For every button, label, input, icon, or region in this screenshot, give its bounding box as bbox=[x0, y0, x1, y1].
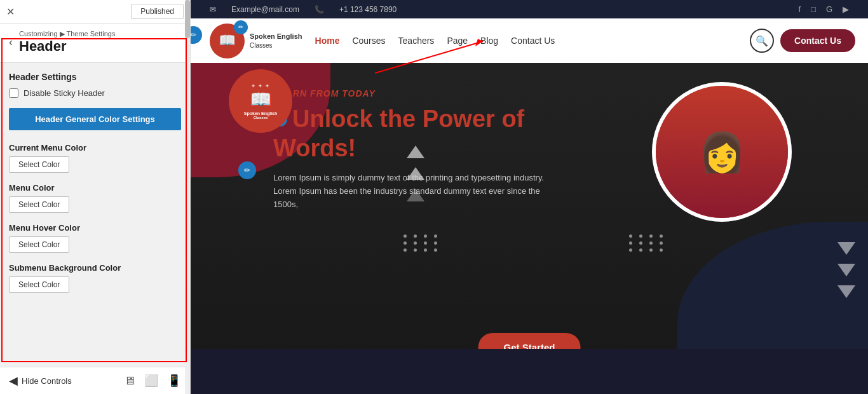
submenu-bg-color-button[interactable]: Select Color bbox=[9, 276, 69, 293]
facebook-icon[interactable]: f bbox=[798, 4, 801, 14]
tablet-icon[interactable]: ⬜ bbox=[144, 374, 158, 388]
back-button[interactable]: ‹ bbox=[9, 36, 13, 49]
menu-color-section: Menu Color Select Color bbox=[9, 183, 181, 213]
site-navigation: Home Courses Teachers Page Blog Contact … bbox=[315, 36, 750, 46]
topbar-contact-info: ✉ Example@mail.com 📞 +1 123 456 7890 bbox=[210, 5, 397, 14]
hide-controls-button[interactable]: ◀ Hide Controls bbox=[9, 374, 72, 388]
site-header: ✏ 📖 ✏ Spoken English Classes Home Course… bbox=[191, 18, 868, 63]
nav-page[interactable]: Page bbox=[447, 36, 468, 46]
logo-icon: 📖 bbox=[219, 32, 236, 49]
hero-title-line2: Words! bbox=[273, 135, 356, 161]
edit-logo-pencil[interactable]: ✏ bbox=[191, 26, 202, 44]
email-icon: ✉ bbox=[210, 5, 216, 14]
hero-description: Lorem Ipsum is simply dummy text of the … bbox=[273, 172, 553, 211]
person-silhouette: 👩 bbox=[656, 86, 788, 218]
submenu-bg-color-section: Submenu Background Color Select Color bbox=[9, 263, 181, 293]
phone-icon: 📞 bbox=[315, 5, 324, 14]
hide-controls-icon: ◀ bbox=[9, 374, 18, 388]
right-triangle-1 bbox=[837, 242, 855, 255]
header-settings-title: Header Settings bbox=[9, 72, 181, 82]
hero-section: ✦ ✦ ✦ 📖 Spoken English Classes ✏ LEARN F… bbox=[191, 63, 868, 349]
panel-content: Header Settings Disable Sticky Header He… bbox=[0, 63, 190, 367]
topbar-email: Example@mail.com bbox=[231, 5, 299, 14]
topbar-phone: +1 123 456 7890 bbox=[339, 5, 397, 14]
published-status: Published bbox=[131, 4, 184, 19]
hero-person-image: 👩 bbox=[652, 82, 792, 222]
disable-sticky-header-checkbox[interactable] bbox=[9, 88, 18, 98]
dots-left bbox=[403, 234, 440, 252]
mobile-icon[interactable]: 📱 bbox=[167, 374, 181, 388]
sticky-header-option: Disable Sticky Header bbox=[9, 88, 181, 98]
search-button[interactable]: 🔍 bbox=[750, 29, 774, 53]
instagram-icon[interactable]: □ bbox=[811, 4, 816, 14]
hide-controls-label: Hide Controls bbox=[22, 376, 72, 386]
get-started-button[interactable]: Get Started bbox=[478, 333, 581, 349]
menu-color-label: Menu Color bbox=[9, 183, 181, 193]
hero-title: ✏ Unlock the Power of Words! bbox=[273, 105, 566, 163]
scrollbar[interactable] bbox=[185, 0, 190, 394]
logo-text: Spoken English Classes bbox=[250, 32, 302, 49]
right-triangle-2 bbox=[837, 264, 855, 276]
menu-hover-color-button[interactable]: Select Color bbox=[9, 236, 69, 253]
youtube-icon[interactable]: ▶ bbox=[843, 4, 849, 14]
current-menu-color-label: Current Menu Color bbox=[9, 143, 181, 153]
panel-header: ‹ Customizing ▶ Theme Settings Header bbox=[0, 24, 190, 63]
nav-courses[interactable]: Courses bbox=[352, 36, 385, 46]
edit-nav-pencil[interactable]: ✏ bbox=[234, 20, 248, 34]
nav-blog[interactable]: Blog bbox=[480, 36, 498, 46]
right-triangle-3 bbox=[837, 285, 855, 298]
breadcrumb: Customizing ▶ Theme Settings bbox=[19, 30, 115, 38]
header-color-settings-button[interactable]: Header General Color Settings bbox=[9, 108, 181, 130]
current-menu-color-button[interactable]: Select Color bbox=[9, 156, 69, 173]
scrollbar-thumb bbox=[185, 0, 190, 38]
menu-hover-color-section: Menu Hover Color Select Color bbox=[9, 223, 181, 253]
customizer-panel: ✕ Published ‹ Customizing ▶ Theme Settin… bbox=[0, 0, 191, 394]
nav-home[interactable]: Home bbox=[315, 36, 340, 46]
topbar-social-icons: f □ G ▶ bbox=[798, 4, 849, 14]
top-status-bar: ✕ Published bbox=[0, 0, 190, 24]
desktop-icon[interactable]: 🖥 bbox=[124, 374, 135, 388]
close-icon[interactable]: ✕ bbox=[6, 6, 15, 18]
site-preview: ✉ Example@mail.com 📞 +1 123 456 7890 f □… bbox=[191, 0, 868, 394]
dots-middle bbox=[629, 234, 666, 252]
logo-book-icon: 📖 bbox=[250, 89, 272, 110]
site-logo: 📖 ✏ Spoken English Classes bbox=[210, 24, 302, 58]
site-topbar: ✉ Example@mail.com 📞 +1 123 456 7890 f □… bbox=[191, 0, 868, 18]
panel-footer: ◀ Hide Controls 🖥 ⬜ 📱 bbox=[0, 367, 190, 394]
contact-us-button[interactable]: Contact Us bbox=[780, 29, 855, 52]
submenu-bg-color-label: Submenu Background Color bbox=[9, 263, 181, 273]
disable-sticky-header-label: Disable Sticky Header bbox=[24, 88, 105, 98]
hero-logo-circle: ✦ ✦ ✦ 📖 Spoken English Classes bbox=[229, 69, 292, 133]
right-triangle-decorations bbox=[837, 242, 855, 298]
edit-hero-pencil[interactable]: ✏ bbox=[238, 161, 256, 179]
menu-color-button[interactable]: Select Color bbox=[9, 196, 69, 213]
menu-hover-color-label: Menu Hover Color bbox=[9, 223, 181, 233]
hero-title-line1: Unlock the Power of bbox=[292, 105, 524, 134]
google-icon[interactable]: G bbox=[826, 4, 832, 14]
panel-title: Header bbox=[19, 38, 115, 55]
current-menu-color-section: Current Menu Color Select Color bbox=[9, 143, 181, 173]
hero-tag: LEARN FROM TODAY bbox=[273, 88, 566, 98]
device-switcher: 🖥 ⬜ 📱 bbox=[124, 374, 181, 388]
nav-contact[interactable]: Contact Us bbox=[511, 36, 555, 46]
nav-teachers[interactable]: Teachers bbox=[398, 36, 435, 46]
